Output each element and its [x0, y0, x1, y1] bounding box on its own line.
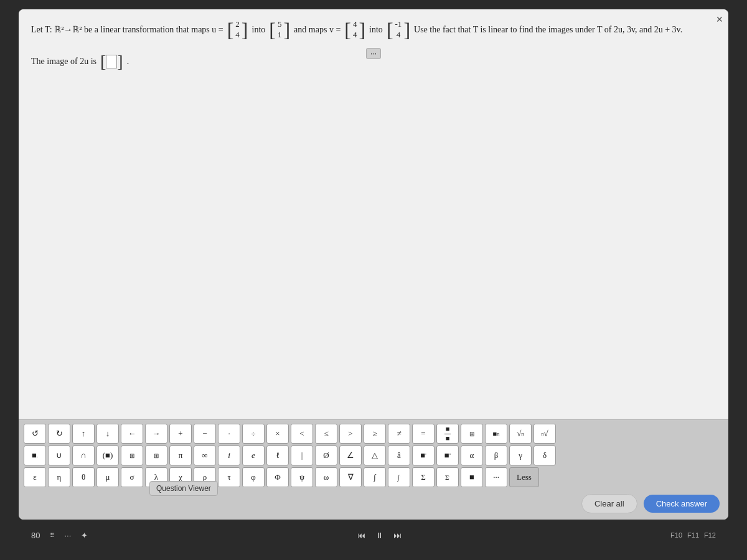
- key-minus[interactable]: −: [194, 424, 216, 444]
- key-integral[interactable]: ∫: [364, 467, 386, 487]
- key-more-dots[interactable]: ···: [485, 467, 507, 487]
- key-lt[interactable]: <: [291, 424, 313, 444]
- answer-bracket-left: [: [100, 53, 106, 70]
- key-i[interactable]: i: [218, 446, 240, 465]
- answer-input-field[interactable]: [106, 55, 117, 68]
- question-viewer-button[interactable]: Question Viewer: [149, 481, 218, 496]
- key-triangle[interactable]: △: [364, 446, 386, 465]
- main-content: ✕ Let T: ℝ²→ℝ² be a linear transformatio…: [19, 9, 728, 419]
- fn-key-10[interactable]: F10: [670, 531, 682, 539]
- matrix-u: [ 2 4 ]: [227, 19, 248, 40]
- taskbar-icon-1[interactable]: 80: [31, 531, 40, 540]
- laptop-screen: ✕ Let T: ℝ²→ℝ² be a linear transformatio…: [19, 9, 728, 520]
- clear-all-button[interactable]: Clear all: [581, 494, 637, 513]
- key-pi[interactable]: π: [169, 446, 192, 465]
- key-fraction[interactable]: ■■: [436, 424, 459, 444]
- key-neq[interactable]: ≠: [388, 424, 410, 444]
- fn-key-11[interactable]: F11: [687, 531, 699, 539]
- key-int-sub[interactable]: ∫·: [388, 467, 410, 487]
- matrix-u-values: 2 4: [233, 19, 242, 40]
- problem-header: Let T: ℝ²→ℝ² be a linear transformation …: [31, 19, 716, 40]
- key-angle[interactable]: ∠: [339, 446, 362, 465]
- key-matrix-2x2[interactable]: ⊞: [461, 424, 483, 444]
- media-next-icon[interactable]: ⏭: [393, 531, 402, 540]
- bracket-left-v: [: [344, 20, 351, 40]
- key-sigma-lower[interactable]: σ: [121, 467, 143, 487]
- key-divide[interactable]: ÷: [242, 424, 265, 444]
- key-tau[interactable]: τ: [218, 467, 240, 487]
- key-eq[interactable]: =: [412, 424, 435, 444]
- key-dot[interactable]: ·: [218, 424, 240, 444]
- key-ell[interactable]: ℓ: [266, 446, 289, 465]
- key-epsilon[interactable]: ε: [24, 467, 46, 487]
- key-less[interactable]: Less: [509, 467, 539, 487]
- key-phi-lower[interactable]: φ: [242, 467, 265, 487]
- bracket-right-result: ]: [403, 20, 410, 40]
- key-subscript[interactable]: ■.: [24, 446, 46, 465]
- expand-dots-button[interactable]: ···: [366, 48, 381, 59]
- taskbar-icon-2[interactable]: ⠿: [50, 532, 54, 539]
- taskbar-icon-4[interactable]: ✦: [81, 531, 88, 540]
- key-right[interactable]: →: [145, 424, 167, 444]
- key-e[interactable]: e: [242, 446, 265, 465]
- into-label-2: into: [369, 24, 383, 36]
- key-plus[interactable]: +: [169, 424, 192, 444]
- key-nabla[interactable]: ∇: [339, 467, 362, 487]
- media-prev-icon[interactable]: ⏮: [357, 531, 365, 540]
- matrix-v-values: 4 4: [351, 19, 359, 40]
- key-square-filled[interactable]: ■: [461, 467, 483, 487]
- key-superscript-sq[interactable]: ■': [412, 446, 435, 465]
- key-parens[interactable]: (■): [96, 446, 119, 465]
- key-empty[interactable]: Ø: [315, 446, 337, 465]
- key-theta[interactable]: θ: [72, 467, 95, 487]
- keyboard-row-2: ■. ∪ ∩ (■) ⊞ ⊞ π ∞ i e ℓ | Ø ∠ △ â ■' ■'…: [21, 446, 726, 465]
- key-delta[interactable]: δ: [533, 446, 556, 465]
- fn-key-12[interactable]: F12: [704, 531, 716, 539]
- taskbar-icon-3[interactable]: ···: [64, 531, 71, 540]
- problem-intro: Let T: ℝ²→ℝ² be a linear transformation …: [31, 24, 223, 36]
- key-beta[interactable]: β: [485, 446, 507, 465]
- key-a-hat[interactable]: â: [388, 446, 410, 465]
- key-psi[interactable]: ψ: [291, 467, 313, 487]
- key-alpha[interactable]: α: [461, 446, 483, 465]
- key-matrix-a[interactable]: ⊞: [121, 446, 143, 465]
- key-infinity[interactable]: ∞: [194, 446, 216, 465]
- answer-bracket-right: ]: [117, 53, 123, 70]
- key-geq[interactable]: ≥: [364, 424, 386, 444]
- key-gamma[interactable]: γ: [509, 446, 532, 465]
- matrix-result: [ -1 4 ]: [387, 19, 410, 40]
- matrix-result-values: -1 4: [393, 19, 404, 40]
- key-redo[interactable]: ↻: [48, 424, 70, 444]
- key-union[interactable]: ∪: [48, 446, 70, 465]
- math-keyboard: ↺ ↻ ↑ ↓ ← → + − · ÷ × < ≤ > ≥ ≠ = ■■: [19, 419, 728, 520]
- key-left[interactable]: ←: [121, 424, 143, 444]
- key-undo[interactable]: ↺: [24, 424, 46, 444]
- bracket-left-result: [: [387, 20, 393, 40]
- key-square-n[interactable]: ■n: [485, 424, 507, 444]
- key-leq[interactable]: ≤: [315, 424, 337, 444]
- key-nthroot[interactable]: n√: [533, 424, 556, 444]
- function-keys: F10 F11 F12: [670, 531, 716, 539]
- key-sqrt[interactable]: √n: [509, 424, 532, 444]
- bracket-right-vin: ]: [283, 20, 290, 40]
- key-times[interactable]: ×: [266, 424, 289, 444]
- check-answer-button[interactable]: Check answer: [644, 495, 720, 513]
- key-abs[interactable]: |: [291, 446, 313, 465]
- key-sigma-sub[interactable]: Σ·: [436, 467, 459, 487]
- key-intersect[interactable]: ∩: [72, 446, 95, 465]
- key-down[interactable]: ↓: [96, 424, 119, 444]
- key-gt[interactable]: >: [339, 424, 362, 444]
- bracket-left-u: [: [227, 20, 234, 40]
- key-eta[interactable]: η: [48, 467, 70, 487]
- key-matrix-b[interactable]: ⊞: [145, 446, 167, 465]
- key-phi-upper[interactable]: Φ: [266, 467, 289, 487]
- taskbar: 80 ⠿ ··· ✦ ⏮ ⏸ ⏭ F10 F11 F12: [19, 520, 728, 551]
- key-superscript-dbl[interactable]: ■'': [436, 446, 459, 465]
- media-play-icon[interactable]: ⏸: [375, 531, 383, 540]
- close-icon[interactable]: ✕: [716, 14, 723, 24]
- key-mu[interactable]: μ: [96, 467, 119, 487]
- key-omega[interactable]: ω: [315, 467, 337, 487]
- key-up[interactable]: ↑: [72, 424, 95, 444]
- key-sigma-upper[interactable]: Σ: [412, 467, 435, 487]
- answer-matrix: [ ]: [100, 53, 123, 70]
